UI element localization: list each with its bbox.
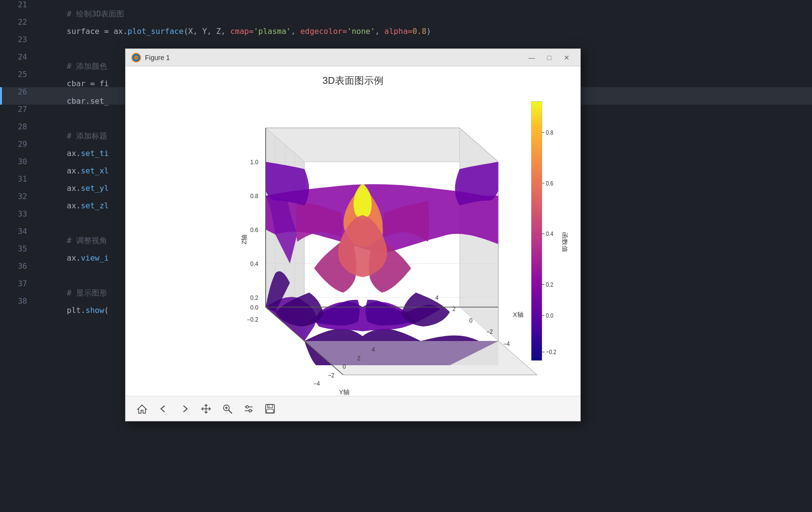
line-number: 26 [8,87,27,96]
svg-line-64 [229,410,232,413]
svg-point-69 [246,405,249,408]
figure-window[interactable]: Figure 1 — □ ✕ 3D表面图示例 [125,48,581,421]
minimize-button[interactable]: — [524,52,540,63]
back-icon [158,403,169,414]
forward-button[interactable] [176,400,193,418]
line-number: 34 [8,227,27,236]
config-subplots-button[interactable] [240,400,257,418]
back-button[interactable] [155,400,172,418]
line-number: 36 [8,262,27,271]
figure-content: 3D表面图示例 [126,66,580,396]
svg-text:−4: −4 [313,380,320,387]
svg-text:函数值: 函数值 [561,232,568,252]
svg-text:0.2: 0.2 [546,281,554,288]
svg-text:0.0: 0.0 [546,312,554,319]
svg-text:0.8: 0.8 [250,193,258,200]
svg-text:0.0: 0.0 [250,304,258,311]
svg-text:−2: −2 [486,328,493,335]
line-number: 23 [8,35,27,44]
svg-text:−4: −4 [503,341,510,347]
svg-text:4: 4 [435,295,439,301]
svg-text:2: 2 [357,355,361,362]
code-line-22: 22 surface = ax.plot_surface(X, Y, Z, cm… [0,17,812,35]
plot-svg: 1.0 0.8 0.6 0.4 0.2 0.0 −0.2 Z轴 −4 −2 0 … [169,99,537,385]
svg-text:0.4: 0.4 [250,261,258,267]
svg-text:0.4: 0.4 [546,231,554,238]
svg-text:X轴: X轴 [513,311,524,318]
line-number: 25 [8,70,27,79]
svg-text:0: 0 [343,363,346,370]
matplotlib-icon [131,53,141,62]
figure-plot-title: 3D表面图示例 [322,74,383,87]
figure-title-text: Figure 1 [145,54,170,62]
save-button[interactable] [261,400,279,418]
colorbar-svg: 0.8 0.6 0.4 0.2 0.0 −0.2 [529,96,568,377]
svg-text:2: 2 [452,306,456,312]
plot-area: 1.0 0.8 0.6 0.4 0.2 0.0 −0.2 Z轴 −4 −2 0 … [133,91,573,392]
svg-point-70 [249,409,252,412]
svg-text:1.0: 1.0 [250,159,258,166]
line-number: 33 [8,209,27,218]
config-icon [243,403,254,414]
close-button[interactable]: ✕ [559,52,574,63]
code-content: cbar.set_ [39,87,109,115]
line-number: 29 [8,140,27,149]
svg-text:−0.2: −0.2 [546,349,557,356]
figure-title-left: Figure 1 [131,53,170,62]
pan-button[interactable] [197,400,215,418]
svg-rect-46 [531,102,542,361]
active-line-indicator [0,87,2,105]
zoom-button[interactable] [219,400,236,418]
svg-marker-60 [138,405,146,413]
code-content: plt.show( [39,296,109,324]
figure-titlebar: Figure 1 — □ ✕ [126,49,580,66]
code-content: ax.set_zl [39,192,109,219]
line-number: 24 [8,52,27,62]
svg-rect-72 [268,404,272,408]
home-icon [137,403,147,414]
line-number: 21 [8,0,27,9]
line-number: 22 [8,17,27,27]
svg-text:−2: −2 [328,372,334,379]
code-line-21: 21 # 绘制3D表面图 [0,0,812,17]
home-button[interactable] [133,400,151,418]
line-number: 30 [8,157,27,166]
svg-point-2 [136,57,137,58]
line-number: 37 [8,279,27,288]
svg-text:0.2: 0.2 [250,295,258,301]
maximize-button[interactable]: □ [541,52,557,63]
svg-text:Z轴: Z轴 [240,234,248,244]
code-content: ax.view_i [39,244,109,272]
line-number: 35 [8,244,27,253]
line-number: 32 [8,192,27,201]
zoom-icon [222,403,233,414]
svg-rect-71 [266,404,274,413]
code-content: surface = ax.plot_surface(X, Y, Z, cmap=… [39,17,431,45]
svg-text:−0.2: −0.2 [247,316,258,323]
forward-icon [179,403,190,414]
save-icon [265,403,275,414]
colorbar-container: 0.8 0.6 0.4 0.2 0.0 −0.2 [529,96,568,377]
svg-text:0.6: 0.6 [250,227,258,233]
svg-text:4: 4 [372,346,375,353]
line-number: 38 [8,296,27,306]
line-number: 28 [8,122,27,131]
line-number: 31 [8,174,27,184]
pan-icon [201,403,211,414]
figure-toolbar [126,396,580,421]
svg-text:0.6: 0.6 [546,180,554,187]
line-number: 27 [8,105,27,114]
svg-text:0: 0 [469,317,473,324]
svg-text:Y轴: Y轴 [339,388,350,396]
svg-text:0.8: 0.8 [546,129,554,136]
figure-title-buttons: — □ ✕ [524,52,574,63]
svg-rect-73 [267,409,273,413]
